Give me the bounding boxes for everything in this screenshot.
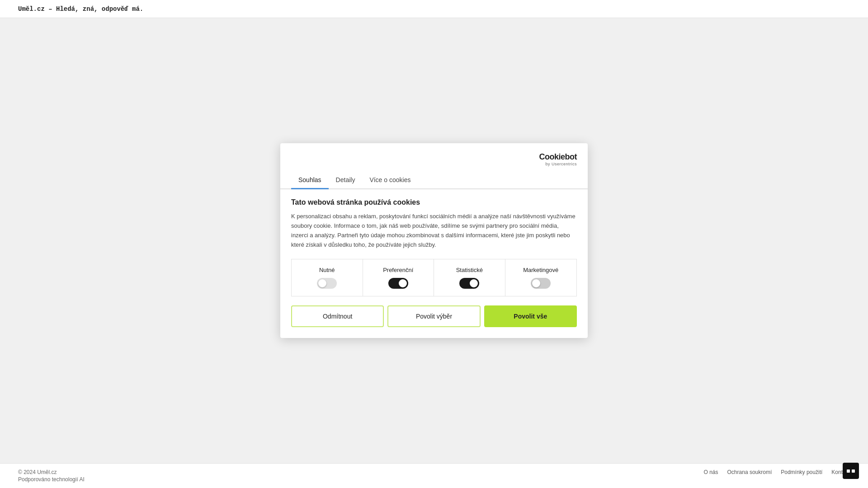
robot-face [847, 469, 855, 473]
dialog-actions: Odmítnout Povolit výběr Povolit vše [280, 305, 588, 338]
tab-detaily[interactable]: Detaily [329, 172, 363, 189]
povolit-vyber-button[interactable]: Povolit výběr [387, 305, 480, 327]
toggle-nutne[interactable] [317, 278, 337, 289]
dialog-title: Tato webová stránka používá cookies [291, 198, 577, 206]
toggle-grid: Nutné Preferenční [291, 259, 577, 296]
footer-right: O nás Ochrana soukromí Podmínky použití … [704, 469, 850, 475]
toggle-preferencni[interactable] [388, 278, 408, 289]
toggle-statisticke[interactable] [459, 278, 479, 289]
toggle-label-marketingove: Marketingové [523, 267, 558, 273]
tab-souhlas[interactable]: Souhlas [291, 172, 329, 189]
robot-eye-left [847, 469, 850, 473]
toggle-label-statisticke: Statistické [456, 267, 483, 273]
cookiebot-logo: Cookiebot by Usercentrics [539, 152, 577, 166]
cookie-dialog: Cookiebot by Usercentrics Souhlas Detail… [280, 143, 588, 338]
footer-left: © 2024 Umĕl.cz Podporováno technologií A… [18, 469, 85, 483]
tab-vice-o-cookies[interactable]: Více o cookies [362, 172, 418, 189]
dialog-logo-area: Cookiebot by Usercentrics [280, 143, 588, 166]
odmit-button[interactable]: Odmítnout [291, 305, 384, 327]
main-content: Cookiebot by Usercentrics Souhlas Detail… [0, 18, 868, 463]
toggle-cell-preferencni: Preferenční [363, 259, 434, 296]
tabs: Souhlas Detaily Více o cookies [280, 172, 588, 189]
footer-powered: Podporováno technologií AI [18, 476, 85, 483]
footer-link-o-nas[interactable]: O nás [704, 469, 718, 475]
site-title: Umĕl.cz – Hledá, zná, odpověď má. [18, 5, 143, 13]
toggle-label-preferencni: Preferenční [383, 267, 413, 273]
dialog-backdrop: Cookiebot by Usercentrics Souhlas Detail… [0, 18, 868, 463]
cookiebot-logo-sub: by Usercentrics [545, 162, 577, 166]
robot-icon[interactable] [843, 463, 859, 479]
toggle-label-nutne: Nutné [319, 267, 335, 273]
povolit-vse-button[interactable]: Povolit vše [484, 305, 577, 327]
toggle-cell-marketingove: Marketingové [505, 259, 577, 296]
cookiebot-logo-text: Cookiebot [539, 152, 577, 162]
robot-eye-right [852, 469, 855, 473]
footer-copyright: © 2024 Umĕl.cz [18, 469, 85, 475]
dialog-body: Tato webová stránka používá cookies K pe… [280, 189, 588, 305]
footer-link-ochrana[interactable]: Ochrana soukromí [727, 469, 772, 475]
dialog-description: K personalizaci obsahu a reklam, poskyto… [291, 212, 577, 249]
toggle-cell-nutne: Nutné [292, 259, 363, 296]
header: Umĕl.cz – Hledá, zná, odpověď má. [0, 0, 868, 18]
footer-link-podminky[interactable]: Podmínky použití [781, 469, 822, 475]
footer: © 2024 Umĕl.cz Podporováno technologií A… [0, 463, 868, 488]
toggle-cell-statisticke: Statistické [434, 259, 505, 296]
toggle-marketingove[interactable] [531, 278, 551, 289]
